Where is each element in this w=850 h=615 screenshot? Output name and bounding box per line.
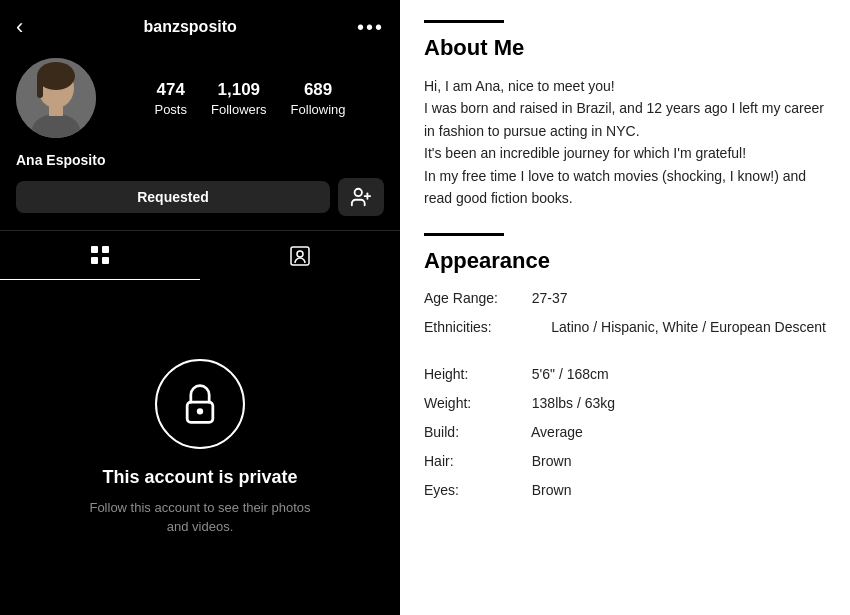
person-tag-icon	[288, 244, 312, 268]
height-label: Height:	[424, 364, 524, 385]
height-row: Height: 5'6" / 168cm	[424, 364, 826, 385]
action-row: Requested	[0, 178, 400, 230]
private-subtitle: Follow this account to see their photosa…	[89, 498, 310, 537]
lock-icon	[178, 382, 222, 426]
add-person-button[interactable]	[338, 178, 384, 216]
svg-point-14	[297, 251, 303, 257]
posts-count: 474	[157, 80, 185, 100]
add-person-icon	[350, 186, 372, 208]
svg-rect-9	[91, 246, 98, 253]
tab-grid[interactable]	[0, 231, 200, 280]
private-section: This account is private Follow this acco…	[0, 280, 400, 615]
profile-section: 474 Posts 1,109 Followers 689 Following	[0, 50, 400, 150]
build-label: Build:	[424, 422, 524, 443]
private-title: This account is private	[102, 467, 297, 488]
followers-label: Followers	[211, 102, 267, 117]
left-panel: ‹ banzsposito ••• 474 Posts	[0, 0, 400, 615]
weight-label: Weight:	[424, 393, 524, 414]
build-value: Average	[524, 422, 583, 443]
more-options-icon[interactable]: •••	[357, 16, 384, 39]
age-range-row: Age Range: 27-37	[424, 288, 826, 309]
username-label: banzsposito	[143, 18, 236, 36]
eyes-row: Eyes: Brown	[424, 480, 826, 501]
followers-count: 1,109	[218, 80, 261, 100]
following-count: 689	[304, 80, 332, 100]
weight-row: Weight: 138lbs / 63kg	[424, 393, 826, 414]
age-range-value: 27-37	[524, 288, 568, 309]
following-stat: 689 Following	[291, 80, 346, 117]
svg-rect-11	[91, 257, 98, 264]
ethnicities-row: Ethnicities: Latino / Hispanic, White / …	[424, 317, 826, 338]
svg-rect-13	[291, 247, 309, 265]
ethnicities-label: Ethnicities:	[424, 317, 524, 338]
appearance-title: Appearance	[424, 248, 826, 274]
stats-row: 474 Posts 1,109 Followers 689 Following	[116, 80, 384, 117]
about-text: Hi, I am Ana, nice to meet you! I was bo…	[424, 75, 826, 209]
eyes-value: Brown	[524, 480, 571, 501]
hair-value: Brown	[524, 451, 571, 472]
about-divider	[424, 20, 504, 23]
appearance-divider	[424, 233, 504, 236]
height-value: 5'6" / 168cm	[524, 364, 609, 385]
svg-rect-3	[37, 76, 43, 98]
svg-point-6	[355, 189, 362, 196]
requested-button[interactable]: Requested	[16, 181, 330, 213]
hair-row: Hair: Brown	[424, 451, 826, 472]
svg-rect-12	[102, 257, 109, 264]
svg-point-16	[198, 409, 202, 413]
followers-stat: 1,109 Followers	[211, 80, 267, 117]
posts-label: Posts	[154, 102, 187, 117]
eyes-label: Eyes:	[424, 480, 524, 501]
tab-row	[0, 230, 400, 280]
full-name: Ana Esposito	[0, 150, 400, 178]
avatar	[16, 58, 96, 138]
back-icon[interactable]: ‹	[16, 14, 23, 40]
age-range-label: Age Range:	[424, 288, 524, 309]
build-row: Build: Average	[424, 422, 826, 443]
hair-label: Hair:	[424, 451, 524, 472]
appearance-section: Appearance Age Range: 27-37 Ethnicities:…	[424, 233, 826, 501]
weight-value: 138lbs / 63kg	[524, 393, 615, 414]
posts-stat: 474 Posts	[154, 80, 187, 117]
tab-tagged[interactable]	[200, 231, 400, 280]
about-title: About Me	[424, 35, 826, 61]
top-bar: ‹ banzsposito •••	[0, 0, 400, 50]
lock-circle	[155, 359, 245, 449]
right-panel: About Me Hi, I am Ana, nice to meet you!…	[400, 0, 850, 615]
svg-rect-5	[49, 106, 63, 116]
following-label: Following	[291, 102, 346, 117]
grid-icon	[88, 243, 112, 267]
svg-rect-10	[102, 246, 109, 253]
ethnicities-value: Latino / Hispanic, White / European Desc…	[524, 317, 826, 338]
